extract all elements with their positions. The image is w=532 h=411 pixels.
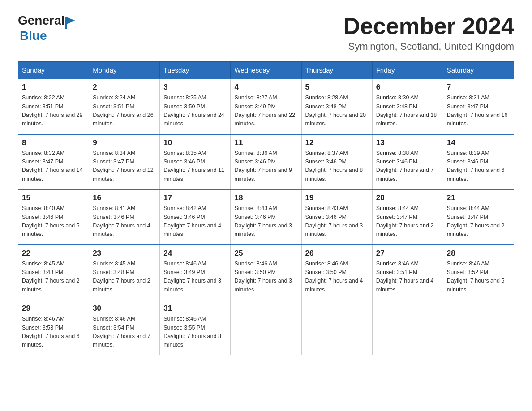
calendar-cell: 14 Sunrise: 8:39 AMSunset: 3:46 PMDaylig… [443, 134, 514, 190]
calendar-cell: 30 Sunrise: 8:46 AMSunset: 3:54 PMDaylig… [89, 300, 160, 355]
day-info: Sunrise: 8:28 AMSunset: 3:48 PMDaylight:… [305, 94, 366, 127]
day-number: 31 [163, 304, 227, 313]
calendar-cell: 27 Sunrise: 8:46 AMSunset: 3:51 PMDaylig… [372, 245, 443, 300]
logo: General Blue [18, 13, 76, 43]
day-number: 12 [305, 138, 369, 147]
day-info: Sunrise: 8:44 AMSunset: 3:47 PMDaylight:… [447, 205, 505, 237]
calendar-cell: 31 Sunrise: 8:46 AMSunset: 3:55 PMDaylig… [160, 300, 231, 355]
calendar-cell: 3 Sunrise: 8:25 AMSunset: 3:50 PMDayligh… [160, 79, 231, 134]
day-number: 3 [163, 83, 227, 92]
calendar-cell: 9 Sunrise: 8:34 AMSunset: 3:47 PMDayligh… [89, 134, 160, 190]
calendar-cell: 10 Sunrise: 8:35 AMSunset: 3:46 PMDaylig… [160, 134, 231, 190]
day-number: 28 [447, 249, 510, 258]
day-info: Sunrise: 8:46 AMSunset: 3:49 PMDaylight:… [163, 261, 221, 293]
day-info: Sunrise: 8:46 AMSunset: 3:55 PMDaylight:… [163, 316, 221, 348]
day-info: Sunrise: 8:43 AMSunset: 3:46 PMDaylight:… [234, 205, 292, 237]
day-number: 10 [163, 138, 227, 147]
day-number: 17 [163, 193, 227, 202]
day-info: Sunrise: 8:32 AMSunset: 3:47 PMDaylight:… [22, 150, 83, 182]
day-info: Sunrise: 8:31 AMSunset: 3:47 PMDaylight:… [447, 94, 508, 127]
day-number: 27 [376, 249, 439, 258]
calendar-week-1: 1 Sunrise: 8:22 AMSunset: 3:51 PMDayligh… [18, 79, 514, 134]
logo-general: General [18, 13, 64, 27]
calendar-cell: 20 Sunrise: 8:44 AMSunset: 3:47 PMDaylig… [372, 189, 443, 245]
day-number: 26 [305, 249, 369, 258]
day-number: 11 [234, 138, 297, 147]
day-number: 18 [234, 193, 297, 202]
page-header: General Blue December 2024 Symington, Sc… [18, 13, 514, 52]
calendar-cell: 7 Sunrise: 8:31 AMSunset: 3:47 PMDayligh… [443, 79, 514, 134]
calendar-cell [443, 300, 514, 355]
day-number: 19 [305, 193, 369, 202]
day-info: Sunrise: 8:45 AMSunset: 3:48 PMDaylight:… [22, 261, 80, 293]
calendar-cell: 29 Sunrise: 8:46 AMSunset: 3:53 PMDaylig… [18, 300, 89, 355]
day-number: 24 [163, 249, 227, 258]
day-info: Sunrise: 8:46 AMSunset: 3:51 PMDaylight:… [376, 261, 434, 293]
day-number: 9 [93, 138, 156, 147]
location-text: Symington, Scotland, United Kingdom [343, 41, 514, 52]
day-info: Sunrise: 8:46 AMSunset: 3:52 PMDaylight:… [447, 261, 505, 293]
day-info: Sunrise: 8:43 AMSunset: 3:46 PMDaylight:… [305, 205, 363, 237]
day-number: 22 [22, 249, 85, 258]
weekday-header-saturday: Saturday [443, 62, 514, 79]
logo-flag-icon [65, 17, 75, 29]
calendar-cell: 18 Sunrise: 8:43 AMSunset: 3:46 PMDaylig… [231, 189, 301, 245]
calendar-cell: 19 Sunrise: 8:43 AMSunset: 3:46 PMDaylig… [301, 189, 372, 245]
day-info: Sunrise: 8:37 AMSunset: 3:46 PMDaylight:… [305, 150, 363, 182]
day-number: 4 [234, 83, 297, 92]
day-number: 30 [93, 304, 156, 313]
day-info: Sunrise: 8:38 AMSunset: 3:46 PMDaylight:… [376, 150, 434, 182]
calendar-table: SundayMondayTuesdayWednesdayThursdayFrid… [18, 61, 514, 355]
day-info: Sunrise: 8:46 AMSunset: 3:50 PMDaylight:… [234, 261, 292, 293]
calendar-cell: 17 Sunrise: 8:42 AMSunset: 3:46 PMDaylig… [160, 189, 231, 245]
day-info: Sunrise: 8:27 AMSunset: 3:49 PMDaylight:… [234, 94, 295, 127]
day-info: Sunrise: 8:45 AMSunset: 3:48 PMDaylight:… [93, 261, 150, 293]
calendar-cell [372, 300, 443, 355]
calendar-week-5: 29 Sunrise: 8:46 AMSunset: 3:53 PMDaylig… [18, 300, 514, 355]
calendar-cell: 15 Sunrise: 8:40 AMSunset: 3:46 PMDaylig… [18, 189, 89, 245]
day-number: 15 [22, 193, 85, 202]
day-number: 13 [376, 138, 439, 147]
calendar-cell: 11 Sunrise: 8:36 AMSunset: 3:46 PMDaylig… [231, 134, 301, 190]
day-info: Sunrise: 8:36 AMSunset: 3:46 PMDaylight:… [234, 150, 292, 182]
calendar-week-2: 8 Sunrise: 8:32 AMSunset: 3:47 PMDayligh… [18, 134, 514, 190]
weekday-header-sunday: Sunday [18, 62, 89, 79]
day-info: Sunrise: 8:41 AMSunset: 3:46 PMDaylight:… [93, 205, 150, 237]
day-info: Sunrise: 8:42 AMSunset: 3:46 PMDaylight:… [163, 205, 221, 237]
logo-text: General Blue [18, 13, 76, 43]
day-info: Sunrise: 8:44 AMSunset: 3:47 PMDaylight:… [376, 205, 434, 237]
day-number: 20 [376, 193, 439, 202]
title-area: December 2024 Symington, Scotland, Unite… [343, 13, 514, 52]
day-number: 6 [376, 83, 439, 92]
calendar-cell: 21 Sunrise: 8:44 AMSunset: 3:47 PMDaylig… [443, 189, 514, 245]
calendar-cell: 24 Sunrise: 8:46 AMSunset: 3:49 PMDaylig… [160, 245, 231, 300]
calendar-cell: 8 Sunrise: 8:32 AMSunset: 3:47 PMDayligh… [18, 134, 89, 190]
calendar-cell [231, 300, 301, 355]
calendar-cell [301, 300, 372, 355]
day-info: Sunrise: 8:30 AMSunset: 3:48 PMDaylight:… [376, 94, 437, 127]
calendar-cell: 28 Sunrise: 8:46 AMSunset: 3:52 PMDaylig… [443, 245, 514, 300]
day-number: 2 [93, 83, 156, 92]
calendar-cell: 1 Sunrise: 8:22 AMSunset: 3:51 PMDayligh… [18, 79, 89, 134]
day-number: 23 [93, 249, 156, 258]
day-number: 25 [234, 249, 297, 258]
day-number: 1 [22, 83, 85, 92]
day-info: Sunrise: 8:46 AMSunset: 3:54 PMDaylight:… [93, 316, 150, 348]
calendar-cell: 25 Sunrise: 8:46 AMSunset: 3:50 PMDaylig… [231, 245, 301, 300]
weekday-header-friday: Friday [372, 62, 443, 79]
day-info: Sunrise: 8:34 AMSunset: 3:47 PMDaylight:… [93, 150, 154, 182]
svg-rect-1 [65, 17, 67, 29]
day-info: Sunrise: 8:22 AMSunset: 3:51 PMDaylight:… [22, 94, 83, 127]
weekday-header-thursday: Thursday [301, 62, 372, 79]
weekday-header-monday: Monday [89, 62, 160, 79]
weekday-header-row: SundayMondayTuesdayWednesdayThursdayFrid… [18, 62, 514, 79]
calendar-cell: 6 Sunrise: 8:30 AMSunset: 3:48 PMDayligh… [372, 79, 443, 134]
day-info: Sunrise: 8:24 AMSunset: 3:51 PMDaylight:… [93, 94, 154, 127]
day-number: 7 [447, 83, 510, 92]
calendar-cell: 23 Sunrise: 8:45 AMSunset: 3:48 PMDaylig… [89, 245, 160, 300]
day-number: 29 [22, 304, 85, 313]
day-info: Sunrise: 8:35 AMSunset: 3:46 PMDaylight:… [163, 150, 224, 182]
calendar-cell: 26 Sunrise: 8:46 AMSunset: 3:50 PMDaylig… [301, 245, 372, 300]
svg-marker-0 [66, 17, 75, 24]
day-info: Sunrise: 8:40 AMSunset: 3:46 PMDaylight:… [22, 205, 80, 237]
